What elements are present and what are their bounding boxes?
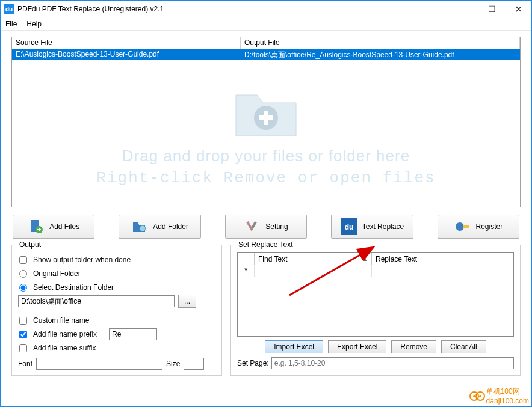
- close-button[interactable]: ✕: [505, 1, 531, 17]
- menu-bar: File Help: [1, 17, 531, 31]
- svg-point-0: [254, 106, 278, 130]
- prefix-input[interactable]: [109, 328, 157, 340]
- window-title: PDFdu PDF Text Replace (Unregistered) v2…: [17, 5, 452, 13]
- col-output[interactable]: Output File: [241, 37, 520, 49]
- font-label: Font: [18, 360, 32, 368]
- replace-table[interactable]: Find Text▲ Replace Text *: [237, 252, 514, 337]
- watermark-logo-icon: [469, 390, 485, 402]
- svg-point-18: [479, 395, 481, 397]
- replace-legend: Set Replace Text: [236, 240, 295, 249]
- main-button-row: Add Files Add Folder Setting du Text Rep…: [11, 215, 521, 239]
- file-list-header: Source File Output File: [12, 37, 520, 49]
- dest-path-input[interactable]: [18, 295, 175, 307]
- set-page-row: Set Page:: [237, 357, 514, 369]
- row-marker: *: [238, 265, 255, 277]
- find-text-cell[interactable]: [255, 265, 372, 277]
- text-replace-label: Text Replace: [362, 222, 404, 231]
- folder-plus-icon: [230, 82, 302, 142]
- prefix-label: Add file name prefix: [33, 330, 105, 338]
- remove-button[interactable]: Remove: [391, 340, 436, 353]
- menu-file[interactable]: File: [5, 20, 17, 28]
- add-files-button[interactable]: Add Files: [13, 215, 94, 239]
- svg-rect-2: [259, 115, 273, 120]
- svg-text:du: du: [344, 223, 353, 231]
- custom-name-label: Custom file name: [33, 316, 89, 325]
- size-input[interactable]: [184, 358, 204, 370]
- replace-row-new[interactable]: *: [238, 265, 513, 277]
- file-row[interactable]: E:\Auslogics-BoostSpeed-13-User-Guide.pd…: [12, 49, 520, 60]
- text-replace-button[interactable]: du Text Replace: [331, 215, 413, 239]
- title-bar: du PDFdu PDF Text Replace (Unregistered)…: [1, 1, 531, 17]
- original-folder-radio[interactable]: [19, 270, 27, 278]
- suffix-checkbox[interactable]: [19, 344, 27, 352]
- replace-text-cell[interactable]: [372, 265, 513, 277]
- svg-point-12: [456, 222, 464, 231]
- output-group: Output Show output folder when done Orig…: [11, 245, 222, 376]
- show-folder-label: Show output folder when done: [33, 256, 131, 264]
- size-label: Size: [166, 360, 180, 368]
- import-excel-button[interactable]: Import Excel: [265, 340, 323, 353]
- maximize-button[interactable]: ☐: [478, 1, 505, 17]
- watermark: 单机100网 danji100.com: [469, 387, 529, 405]
- set-page-input[interactable]: [271, 357, 514, 369]
- suffix-label: Add file name suffix: [33, 344, 96, 352]
- setting-label: Setting: [265, 222, 288, 231]
- file-list[interactable]: Source File Output File E:\Auslogics-Boo…: [11, 37, 521, 207]
- sort-asc-icon: ▲: [362, 256, 368, 262]
- clear-all-button[interactable]: Clear All: [441, 340, 486, 353]
- export-excel-button[interactable]: Export Excel: [328, 340, 386, 353]
- svg-point-15: [470, 392, 478, 400]
- font-input[interactable]: [36, 358, 162, 370]
- minimize-button[interactable]: —: [452, 1, 478, 17]
- replace-buttons: Import Excel Export Excel Remove Clear A…: [237, 340, 514, 353]
- setting-button[interactable]: Setting: [225, 215, 307, 239]
- svg-rect-1: [264, 111, 268, 125]
- menu-help[interactable]: Help: [26, 20, 42, 28]
- svg-point-16: [476, 392, 484, 400]
- replace-col-replace[interactable]: Replace Text: [372, 253, 513, 265]
- prefix-checkbox[interactable]: [19, 331, 27, 338]
- register-button[interactable]: Register: [438, 215, 519, 239]
- app-icon: du: [4, 4, 14, 14]
- add-file-icon: [28, 218, 45, 235]
- svg-rect-13: [463, 225, 469, 228]
- watermark-url: danji100.com: [486, 397, 529, 405]
- replace-table-head: Find Text▲ Replace Text: [238, 253, 513, 265]
- replace-col-find[interactable]: Find Text▲: [255, 253, 372, 265]
- browse-button[interactable]: ...: [178, 295, 196, 308]
- svg-rect-6: [39, 228, 40, 231]
- svg-point-7: [140, 225, 146, 231]
- col-source[interactable]: Source File: [12, 37, 241, 49]
- show-folder-checkbox[interactable]: [19, 256, 27, 264]
- original-folder-label: Original Folder: [33, 269, 81, 278]
- file-row-source: E:\Auslogics-BoostSpeed-13-User-Guide.pd…: [12, 49, 241, 60]
- text-replace-icon: du: [341, 218, 357, 235]
- add-folder-label: Add Folder: [153, 222, 188, 231]
- register-label: Register: [475, 222, 503, 231]
- register-icon: [454, 218, 471, 235]
- select-dest-radio[interactable]: [19, 284, 27, 292]
- drop-hint: Drag and drop your files or folder here …: [12, 61, 520, 207]
- set-page-label: Set Page:: [237, 359, 269, 367]
- select-dest-label: Select Destination Folder: [33, 283, 114, 292]
- custom-name-checkbox[interactable]: [19, 317, 27, 325]
- add-folder-icon: [131, 218, 148, 235]
- replace-col-marker[interactable]: [238, 253, 255, 265]
- watermark-name: 单机100网: [486, 387, 529, 397]
- add-folder-button[interactable]: Add Folder: [119, 215, 200, 239]
- drop-hint-line2: Right-click Remove or open files: [96, 169, 435, 187]
- add-files-label: Add Files: [49, 222, 79, 231]
- drop-hint-line1: Drag and drop your files or folder here: [122, 147, 410, 165]
- setting-icon: [244, 218, 261, 235]
- replace-group: Set Replace Text Find Text▲ Replace Text…: [230, 245, 521, 376]
- svg-point-17: [473, 395, 475, 397]
- file-row-output: D:\tools\桌面\office\Re_Auslogics-BoostSpe…: [241, 49, 520, 60]
- output-legend: Output: [17, 240, 43, 249]
